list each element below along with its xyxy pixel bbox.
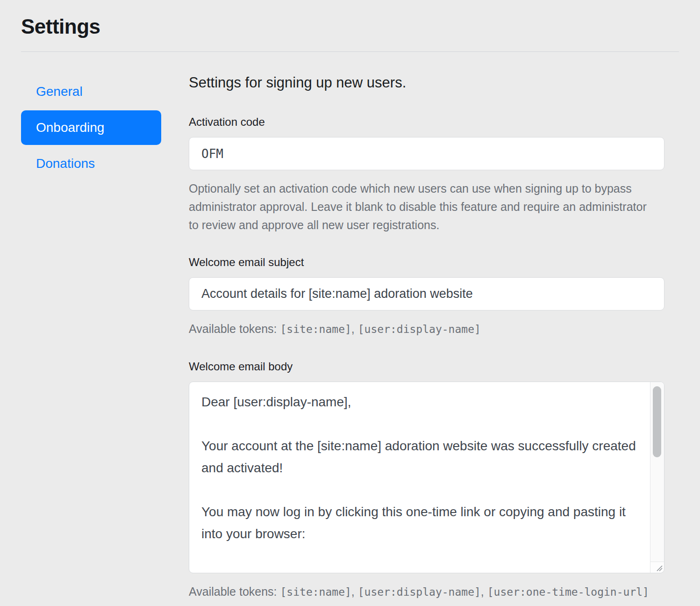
token: [site:name] [280, 323, 351, 335]
body-tokens: [site:name], [user:display-name], [user:… [280, 585, 649, 598]
body-tokens-line: Available tokens: [site:name], [user:dis… [189, 583, 664, 601]
tokens-label: Available tokens: [189, 585, 277, 598]
token: [user:display-name] [358, 586, 481, 598]
nav-item-general[interactable]: General [21, 74, 161, 109]
page-title: Settings [21, 15, 679, 38]
welcome-email-subject-field: Welcome email subject Available tokens: … [189, 256, 664, 339]
welcome-email-body-field: Welcome email body Dear [user:display-na… [189, 360, 664, 601]
subject-tokens: [site:name], [user:display-name] [280, 322, 481, 335]
scrollbar-track[interactable] [650, 382, 664, 562]
onboarding-settings-panel: Settings for signing up new users. Activ… [189, 74, 664, 606]
activation-code-help: Optionally set an activation code which … [189, 180, 656, 234]
scrollbar-thumb[interactable] [653, 386, 661, 457]
token: [user:display-name] [358, 323, 481, 335]
activation-code-label: Activation code [189, 115, 664, 129]
tokens-label: Available tokens: [189, 322, 277, 335]
settings-page: Settings General Onboarding Donations Se… [0, 0, 700, 606]
section-heading: Settings for signing up new users. [189, 74, 664, 91]
activation-code-field: Activation code Optionally set an activa… [189, 115, 664, 234]
subject-tokens-line: Available tokens: [site:name], [user:dis… [189, 320, 664, 339]
token: [user:one-time-login-url] [487, 586, 649, 598]
resize-handle[interactable] [650, 562, 664, 573]
welcome-email-body-text[interactable]: Dear [user:display-name], Your account a… [189, 382, 650, 573]
welcome-email-body-textarea[interactable]: Dear [user:display-name], Your account a… [189, 382, 664, 573]
activation-code-input[interactable] [189, 137, 664, 170]
welcome-email-body-label: Welcome email body [189, 360, 664, 373]
nav-item-donations[interactable]: Donations [21, 146, 161, 181]
resize-handle-icon [655, 564, 663, 571]
welcome-email-subject-label: Welcome email subject [189, 256, 664, 269]
settings-nav: General Onboarding Donations [21, 74, 161, 606]
token: [site:name] [280, 586, 351, 598]
content-row: General Onboarding Donations Settings fo… [21, 74, 679, 606]
welcome-email-subject-input[interactable] [189, 277, 664, 310]
divider [21, 51, 679, 52]
nav-item-onboarding[interactable]: Onboarding [21, 110, 161, 145]
